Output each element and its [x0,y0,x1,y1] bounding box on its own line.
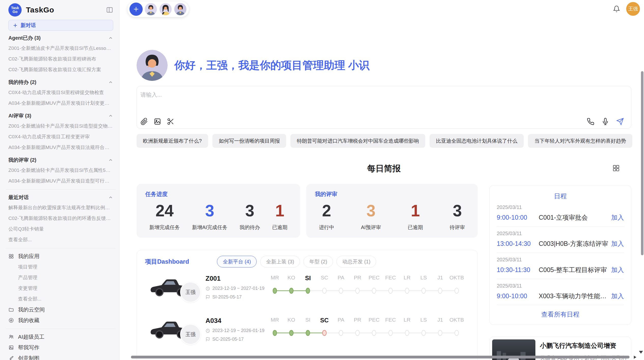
suggestion-chip[interactable]: 比亚迪全固态电池计划具体说了什么 [430,134,524,148]
sidebar-app-item[interactable]: 产品管理 [8,272,113,283]
mic-icon[interactable] [602,118,609,125]
milestone-dot [438,288,442,294]
chat-input[interactable] [140,89,437,100]
join-link[interactable]: 加入 [611,266,624,274]
milestone-label: MR [267,317,283,324]
sidebar-item[interactable]: C0X4-动力总成开发项目SI里程碑提交物检查 [8,87,113,98]
chevron-up-icon[interactable] [108,80,113,85]
image-icon[interactable] [154,118,161,125]
sidebar-item[interactable]: Z001-全新燃油轻卡产品开发项目SI造型提交物评审 [8,121,113,131]
project-row[interactable]: 王强 A034 2023-12-19 ~ 2026-01-19 [145,314,469,352]
suggestion-chip[interactable]: 如何写一份清晰的项目周报 [212,134,286,148]
flag-label: SC-2025-05-17 [212,337,244,342]
join-link[interactable]: 加入 [611,239,624,248]
sidebar-item[interactable]: C02-飞腾新能源轻客改款项目立项汇报方案 [8,64,113,75]
track-line-done [275,333,325,333]
recent-conversation[interactable]: 解释最新出台的欧盟报废车法规再生塑料比例被调至15%... [8,202,113,213]
vertical-scrollbar[interactable] [641,71,643,255]
project-name: A034 [206,317,267,325]
join-link[interactable]: 加入 [611,292,624,300]
tab-new-body[interactable]: 全新上装 (3) [260,256,300,267]
scissors-icon[interactable] [167,118,174,125]
metric-label: AI预评审 [361,224,381,231]
schedule-event-title: C001-立项审批会 [539,213,611,222]
sidebar-item-ai-staff[interactable]: AI超级员工 [8,332,113,342]
milestone-label-current: SI [300,275,316,282]
metric: 2 进行中 [319,202,334,231]
sidebar-item-label: 创意制图 [18,355,39,360]
milestone-dot [322,288,327,294]
milestone-dot [421,330,426,336]
horizontal-scrollbar[interactable] [131,356,630,358]
scroll-down-arrow[interactable] [639,351,643,354]
sidebar-app-item[interactable]: 项目管理 [8,262,113,272]
milestone-label: LR [399,317,415,324]
logo-text-top: Task [11,6,19,10]
milestone-label: KO [283,275,300,282]
sidebar-item[interactable]: C02-飞腾新能源轻客改款项目里程碑画布 [8,54,113,64]
paperclip-icon[interactable] [140,118,148,125]
schedule-date: 2025/03/11 [497,231,624,236]
sidebar-section-ai-review[interactable]: AI评审 (3) [8,111,113,121]
project-dates: 2023-12-19 ~ 2027-01-19 [206,286,267,291]
sidebar-item[interactable]: C0X4-动力总成开发项目工程变更评审 [8,131,113,142]
recent-view-all[interactable]: 查看全部... [8,234,113,245]
sidebar-item[interactable]: Z001-全新燃油轻卡产品开发项目SI节点属性5D文件评审 [8,165,113,176]
sidebar-section-my-review[interactable]: 我的评审 (2) [8,155,113,165]
chevron-up-icon[interactable] [108,113,113,118]
metric: 3 我的待办 [240,202,260,231]
schedule-event-title: C003|H0B-方案冻结评审 [539,239,611,248]
metric-value: 3 [240,202,260,220]
tab-model-year[interactable]: 年型 (2) [303,256,333,267]
scroll-right-arrow[interactable] [634,356,636,359]
tab-powertrain[interactable]: 动总开发 (1) [336,256,376,267]
new-chat-button[interactable]: 新对话 [8,20,113,31]
sidebar-section-agent-done[interactable]: Agent已办 (3) [8,33,113,43]
sidebar-item[interactable]: A034-全新新能源MUV产品开发项目造型可行性评审 [8,176,113,186]
chevron-up-icon[interactable] [108,157,113,162]
app-screen: Task Go TaskGo 新对话 Agent已办 (3) Z001-全新燃油… [0,0,644,360]
metric-value: 24 [149,202,180,220]
sidebar-item-my-apps[interactable]: 我的应用 [8,251,113,262]
recent-conversation[interactable]: 公司Q3轻卡销量 [8,224,113,234]
phone-icon[interactable] [587,118,594,125]
sidebar-item[interactable]: A034-全新新能源MUV产品开发项目计划变更表编写 [8,98,113,109]
suggestion-chip[interactable]: 特朗普可能对进口汽车增税会对中国车企造成哪些影响 [290,134,425,148]
chevron-up-icon[interactable] [108,195,113,200]
milestone-label: LS [415,317,432,324]
milestone-dot [355,288,360,294]
suggestion-chip[interactable]: 当下年轻人对汽车外观有怎样的喜好趋势 [528,134,632,148]
divider [6,189,116,190]
milestone-dot-done [273,330,277,336]
sidebar-item[interactable]: Z001-全新燃油皮卡产品开发项目SI节点Lesson Learn报告 [8,43,113,54]
metric: 3 AI预评审 [361,202,381,231]
flag-icon [206,295,210,299]
suggestion-chip[interactable]: 欧洲新规最近颁布了什么? [137,134,208,148]
project-flag: SI-2025-05-17 [206,294,267,300]
send-icon[interactable] [616,118,624,125]
sidebar-app-item[interactable]: 变更管理 [8,283,113,294]
sidebar-item-help-write[interactable]: 帮我写作 [8,342,113,353]
recent-conversation[interactable]: C02-飞腾新能源轻客改款项目的闭环通告反馈情况 [8,213,113,224]
sidebar-item-creative-draw[interactable]: 创意制图 [8,353,113,360]
clock-icon [206,328,210,333]
milestone-dot [388,330,393,336]
view-all-schedule-link[interactable]: 查看所有日程 [497,305,624,323]
milestone-label: SI [300,317,316,324]
image-icon [8,345,14,350]
join-link[interactable]: 加入 [611,213,624,222]
metric-value: 2 [319,202,334,220]
grid-icon[interactable] [612,164,620,172]
panel-collapse-icon[interactable] [106,6,113,13]
project-row[interactable]: 王强 Z001 2023-12-19 ~ 2027-01-19 [145,272,469,310]
apps-view-all[interactable]: 查看全部... [8,294,113,304]
sidebar-section-recent[interactable]: 最近对话 [8,192,113,202]
sidebar-section-my-todo[interactable]: 我的待办 (2) [8,77,113,87]
sidebar-item-cloud-space[interactable]: 我的云空间 [8,304,113,315]
metric-value: 3 [192,202,227,220]
metric-label: 已逾期 [408,224,423,231]
chevron-up-icon[interactable] [108,35,113,40]
sidebar-item[interactable]: A034-全新新能源MUV产品开发项目法规符合性评审 [8,142,113,153]
tab-new-platform[interactable]: 全新平台 (4) [217,256,257,267]
sidebar-item-favorites[interactable]: 我的收藏 [8,315,113,326]
